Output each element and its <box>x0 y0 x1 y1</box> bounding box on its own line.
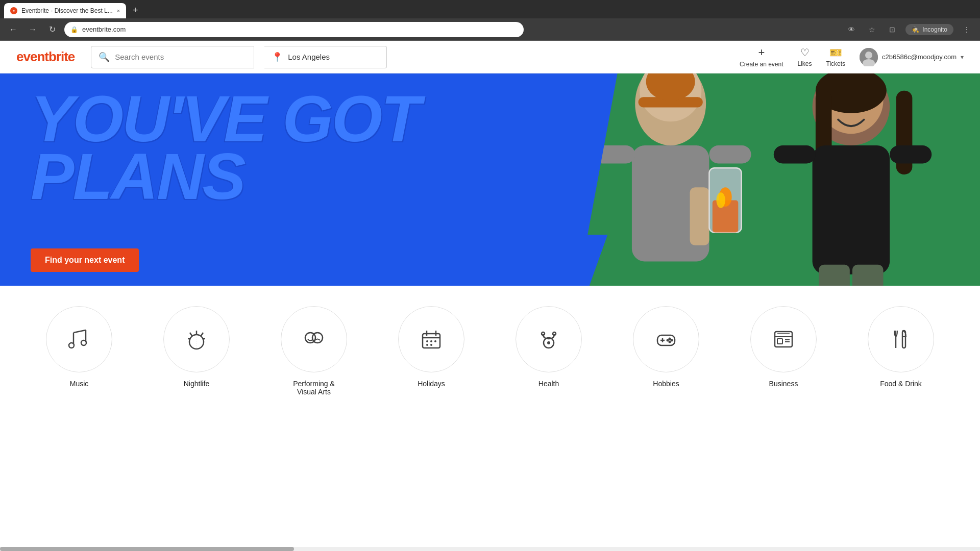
address-bar-row: ← → ↻ 🔒 eventbrite.com 👁 ☆ ⊡ 🕵 Incognito… <box>0 18 980 41</box>
category-arts[interactable]: Performing & Visual Arts <box>255 306 373 396</box>
svg-point-1 <box>865 52 872 59</box>
category-business-label: Business <box>769 380 798 388</box>
incognito-icon: 🕵 <box>912 26 919 33</box>
avatar <box>860 48 878 66</box>
category-health[interactable]: Health <box>490 306 607 388</box>
svg-point-48 <box>430 344 432 346</box>
lock-icon: 🔒 <box>70 26 78 33</box>
svg-point-15 <box>716 192 725 208</box>
svg-rect-10 <box>709 145 751 163</box>
category-business[interactable]: Business <box>725 306 842 388</box>
categories-section: Music Nightlife <box>0 286 980 406</box>
nightlife-icon <box>184 327 209 352</box>
scrollbar[interactable] <box>0 547 980 551</box>
address-bar[interactable]: 🔒 eventbrite.com <box>64 22 524 37</box>
new-tab-button[interactable]: + <box>128 3 142 17</box>
category-health-label: Health <box>538 380 559 388</box>
categories-grid: Music Nightlife <box>20 306 960 396</box>
svg-rect-24 <box>819 265 850 286</box>
likes-button[interactable]: ♡ Likes <box>798 46 812 67</box>
svg-point-46 <box>434 340 436 342</box>
svg-line-35 <box>190 333 192 336</box>
category-food-drink-label: Food & Drink <box>880 380 922 388</box>
arts-icon <box>301 327 327 352</box>
location-value: Los Angeles <box>288 53 330 61</box>
category-music-label: Music <box>70 380 89 388</box>
category-food-drink-circle <box>868 306 934 372</box>
category-arts-label: Performing & Visual Arts <box>283 380 345 396</box>
category-health-circle <box>516 306 582 372</box>
bookmark-icon[interactable]: ☆ <box>865 22 879 37</box>
category-holidays[interactable]: Holidays <box>373 306 490 388</box>
search-input[interactable] <box>115 53 217 61</box>
hero-line2: PLANS <box>31 148 419 206</box>
category-hobbies[interactable]: Hobbies <box>607 306 725 388</box>
url-text: eventbrite.com <box>82 26 126 33</box>
svg-point-50 <box>542 332 545 335</box>
svg-point-51 <box>553 332 556 335</box>
category-nightlife-circle <box>163 306 230 372</box>
tab-close-button[interactable]: × <box>117 8 120 14</box>
tickets-button[interactable]: 🎫 Tickets <box>826 46 846 67</box>
profile-icon[interactable]: ⊡ <box>885 22 899 37</box>
location-bar[interactable]: 📍 Los Angeles <box>264 46 387 68</box>
ticket-icon: 🎫 <box>829 46 842 59</box>
browser-tab-bar: e Eventbrite - Discover the Best L... × … <box>0 0 980 18</box>
active-tab[interactable]: e Eventbrite - Discover the Best L... × <box>4 3 126 18</box>
back-button[interactable]: ← <box>6 22 20 37</box>
search-icon: 🔍 <box>99 52 110 63</box>
business-icon <box>771 327 796 352</box>
svg-point-52 <box>547 341 550 344</box>
category-holidays-circle <box>398 306 464 372</box>
hero-cta-bar: Find your next event <box>0 235 607 286</box>
svg-point-45 <box>430 340 432 342</box>
user-menu[interactable]: c2b6586c@moodjoy.com ▾ <box>860 48 964 66</box>
more-options-icon[interactable]: ⋮ <box>960 22 974 37</box>
nav-actions: + Create an event ♡ Likes 🎫 Tickets c2b6… <box>740 46 964 68</box>
hero-headline: YOU'VE GOT PLANS <box>31 86 419 209</box>
category-hobbies-label: Hobbies <box>653 380 679 388</box>
svg-point-59 <box>669 341 671 343</box>
svg-rect-25 <box>852 265 884 286</box>
svg-line-27 <box>74 330 86 333</box>
forward-button[interactable]: → <box>26 22 40 37</box>
visibility-off-icon[interactable]: 👁 <box>844 22 859 37</box>
svg-point-30 <box>81 340 86 345</box>
svg-point-47 <box>426 344 428 346</box>
svg-point-29 <box>69 343 74 348</box>
hero-text-area: YOU'VE GOT PLANS <box>0 73 607 222</box>
hero-line1: YOU'VE GOT <box>31 90 419 148</box>
svg-line-33 <box>201 333 203 336</box>
likes-label: Likes <box>798 60 812 67</box>
svg-point-57 <box>671 339 673 342</box>
find-next-event-button[interactable]: Find your next event <box>31 248 139 272</box>
category-music[interactable]: Music <box>20 306 138 388</box>
user-email: c2b6586c@moodjoy.com <box>882 53 957 61</box>
browser-toolbar: 👁 ☆ ⊡ 🕵 Incognito ⋮ <box>844 22 974 37</box>
heart-icon: ♡ <box>800 46 810 59</box>
incognito-badge[interactable]: 🕵 Incognito <box>905 24 953 35</box>
category-nightlife[interactable]: Nightlife <box>138 306 255 388</box>
svg-rect-21 <box>813 145 890 274</box>
category-hobbies-circle <box>633 306 699 372</box>
scrollbar-thumb <box>0 547 294 551</box>
hero-banner: YOU'VE GOT PLANS Find your next event <box>0 73 980 286</box>
tickets-label: Tickets <box>826 60 846 67</box>
search-bar[interactable]: 🔍 <box>91 46 254 68</box>
eventbrite-logo[interactable]: eventbrite <box>16 49 75 65</box>
category-food-drink[interactable]: Food & Drink <box>842 306 960 388</box>
category-music-circle <box>46 306 112 372</box>
chevron-down-icon: ▾ <box>961 54 964 61</box>
svg-rect-22 <box>774 145 816 163</box>
reload-button[interactable]: ↻ <box>45 22 59 37</box>
food-icon <box>888 327 914 352</box>
create-event-label: Create an event <box>740 61 783 68</box>
svg-point-58 <box>667 339 669 342</box>
category-nightlife-label: Nightlife <box>184 380 210 388</box>
location-icon: 📍 <box>272 52 283 63</box>
create-event-button[interactable]: + Create an event <box>740 46 783 68</box>
svg-point-44 <box>426 340 428 342</box>
svg-point-39 <box>312 333 323 343</box>
svg-rect-23 <box>890 145 932 163</box>
hobbies-icon <box>653 327 679 352</box>
